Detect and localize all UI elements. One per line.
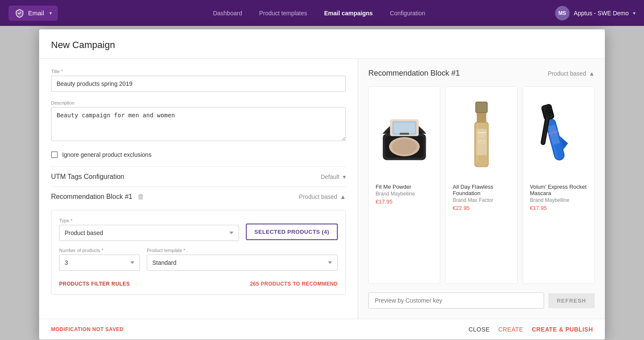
title-label: Title * — [51, 69, 346, 74]
rec-block-chevron-icon: ▲ — [340, 193, 346, 200]
checkbox-row: Ignore general product exclusions — [51, 151, 346, 158]
product-template-select[interactable]: Standard — [147, 255, 338, 271]
utm-section[interactable]: UTM Tags Configuration Default ▾ — [51, 167, 346, 187]
product-name-2: All Day Flawless Foundation — [453, 184, 510, 196]
footer-warning: MODIFICATION NOT SAVED — [51, 326, 124, 332]
delete-rec-block-button[interactable]: 🗑 — [137, 193, 144, 201]
right-panel-type: Product based ▲ — [548, 70, 595, 77]
create-publish-button[interactable]: CREATE & PUBLISH — [532, 326, 593, 333]
product-card-1: Fit Me Powder Brand Maybelline €17.95 — [368, 86, 440, 284]
selected-products-col: SELECTED PRODUCTS (4) — [246, 218, 338, 241]
nav-email-campaigns[interactable]: Email campaigns — [324, 10, 373, 17]
title-group: Title * — [51, 69, 346, 92]
type-col: Type * Product based — [59, 218, 239, 241]
description-label: Description — [51, 100, 346, 105]
rec-block-content: Type * Product based SELECTED PRODUCTS (… — [51, 210, 346, 295]
product-template-label: Product template * — [147, 248, 338, 253]
right-panel-chevron-icon: ▲ — [589, 70, 595, 77]
products-grid: Fit Me Powder Brand Maybelline €17.95 — [368, 86, 595, 284]
close-button[interactable]: CLOSE — [468, 326, 490, 333]
product-name-1: Fit Me Powder — [376, 184, 433, 190]
nav-product-templates[interactable]: Product templates — [259, 10, 307, 17]
preview-customer-key-input[interactable] — [368, 292, 544, 309]
product-template-col: Product template * Standard — [147, 248, 338, 271]
left-panel: Title * Description Beauty campaign for … — [39, 59, 358, 319]
product-price-2: €22.95 — [453, 205, 510, 211]
description-textarea[interactable]: Beauty campaign for men and women — [51, 107, 346, 141]
product-brand-2: Brand Max Factor — [453, 197, 510, 203]
num-products-select[interactable]: 3 — [59, 255, 140, 271]
product-brand-3: Brand Maybelline — [530, 197, 587, 203]
utm-section-title: UTM Tags Configuration — [51, 173, 124, 181]
title-input[interactable] — [51, 76, 346, 92]
description-group: Description Beauty campaign for men and … — [51, 100, 346, 143]
nav-configuration[interactable]: Configuration — [390, 10, 425, 17]
modal-body: Title * Description Beauty campaign for … — [39, 59, 605, 319]
type-select[interactable]: Product based — [59, 225, 239, 241]
rec-block-type: Product based ▲ — [299, 193, 346, 200]
right-panel-header: Recommendation Block #1 Product based ▲ — [368, 69, 595, 78]
filter-stats-row: PRODUCTS FILTER RULES 265 PRODUCTS TO RE… — [59, 278, 338, 287]
user-chevron-icon: ▾ — [633, 10, 635, 16]
num-products-col: Number of products * 3 — [59, 248, 140, 271]
right-panel: Recommendation Block #1 Product based ▲ — [358, 59, 605, 319]
utm-section-right: Default ▾ — [321, 173, 346, 180]
product-card-2: SPF 15 All Day Flawless Foundation Brand… — [445, 86, 517, 284]
filter-rules-link[interactable]: PRODUCTS FILTER RULES — [59, 281, 130, 287]
rec-block-title: Recommendation Block #1 🗑 — [51, 193, 144, 201]
product-brand-1: Brand Maybelline — [376, 191, 433, 197]
type-label: Type * — [59, 218, 239, 223]
utm-chevron-icon: ▾ — [343, 173, 346, 180]
product-name-3: Volum' Express Rocket Mascara — [530, 184, 587, 196]
brand-icon — [14, 8, 25, 18]
product-card-3: ROCKET — [523, 86, 595, 284]
products-template-row: Number of products * 3 Product template … — [59, 248, 338, 271]
nav-dashboard[interactable]: Dashboard — [213, 10, 242, 17]
modal-footer: MODIFICATION NOT SAVED CLOSE CREATE CREA… — [39, 319, 605, 340]
svg-rect-12 — [476, 102, 487, 112]
product-image-1 — [376, 94, 433, 178]
avatar: MS — [555, 6, 570, 20]
svg-point-3 — [392, 139, 417, 154]
selected-products-button[interactable]: SELECTED PRODUCTS (4) — [246, 224, 338, 240]
svg-rect-6 — [394, 122, 415, 133]
preview-row: REFRESH — [368, 292, 595, 309]
modal-overlay: New Campaign Title * Description Beauty … — [0, 26, 644, 340]
user-name: Apptus - SWE Demo — [574, 10, 629, 17]
product-price-1: €17.95 — [376, 198, 433, 205]
product-price-3: €17.95 — [530, 205, 587, 211]
modal: New Campaign Title * Description Beauty … — [39, 29, 605, 340]
refresh-button[interactable]: REFRESH — [548, 293, 595, 308]
topnav: Email ▾ Dashboard Product templates Emai… — [0, 0, 644, 26]
brand-chevron-icon: ▾ — [49, 10, 52, 16]
brand-label: Email — [28, 9, 44, 17]
num-products-label: Number of products * — [59, 248, 140, 253]
brand-button[interactable]: Email ▾ — [9, 6, 58, 21]
type-row: Type * Product based SELECTED PRODUCTS (… — [59, 218, 338, 241]
svg-rect-19 — [476, 124, 479, 162]
utm-default-label: Default — [321, 173, 339, 180]
svg-rect-10 — [477, 112, 487, 123]
modal-header: New Campaign — [39, 29, 605, 59]
svg-rect-17 — [477, 143, 486, 144]
product-image-3: ROCKET — [530, 94, 587, 178]
right-panel-title: Recommendation Block #1 — [368, 69, 460, 78]
create-button[interactable]: CREATE — [498, 326, 523, 333]
products-count: 265 PRODUCTS TO RECOMMEND — [250, 281, 338, 287]
user-area: MS Apptus - SWE Demo ▾ — [555, 6, 635, 20]
checkbox-label: Ignore general product exclusions — [62, 151, 151, 158]
product-image-2: SPF 15 — [453, 94, 510, 178]
svg-rect-16 — [477, 136, 484, 137]
svg-rect-14 — [477, 132, 486, 133]
rec-block-section-header[interactable]: Recommendation Block #1 🗑 Product based … — [51, 187, 346, 207]
footer-actions: CLOSE CREATE CREATE & PUBLISH — [468, 326, 593, 333]
svg-text:SPF 15: SPF 15 — [478, 140, 486, 142]
modal-title: New Campaign — [51, 40, 593, 51]
svg-rect-7 — [399, 133, 409, 135]
svg-rect-15 — [477, 135, 486, 135]
ignore-exclusions-checkbox[interactable] — [51, 151, 58, 158]
nav-links: Dashboard Product templates Email campai… — [83, 10, 555, 17]
